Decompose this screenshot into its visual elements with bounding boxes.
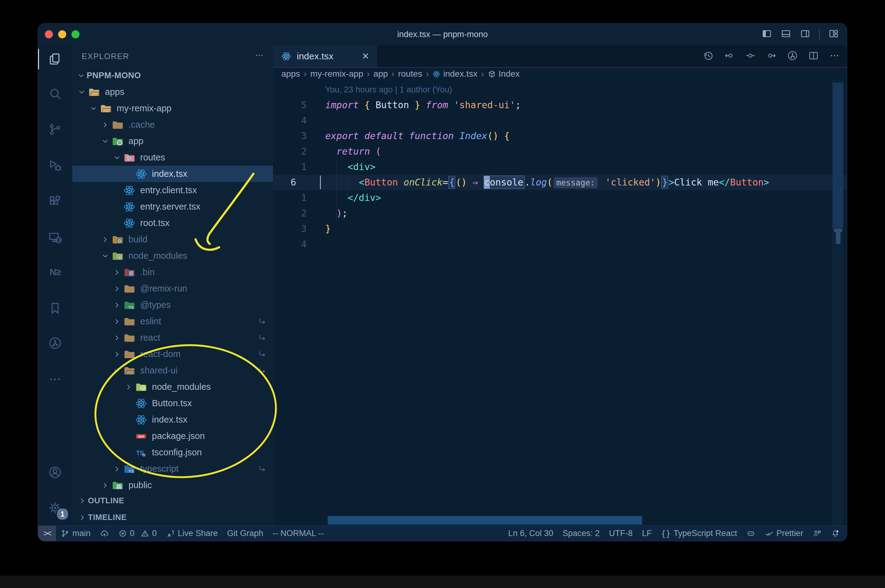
tree-item--bin[interactable]: 0110.bin xyxy=(72,264,273,280)
status-cursor-position[interactable]: Ln 6, Col 30 xyxy=(503,526,558,541)
tree-item-typescript[interactable]: TStypescript xyxy=(72,460,273,477)
explorer-more-actions-icon[interactable] xyxy=(254,50,264,63)
activity-settings-icon[interactable]: 1 xyxy=(38,494,72,522)
breadcrumb-routes[interactable]: routes xyxy=(398,69,422,79)
code-line[interactable]: 5import { Button } from 'shared-ui'; xyxy=(273,98,847,113)
activity-more-icon[interactable] xyxy=(38,365,72,393)
breadcrumb-my-remix-app[interactable]: my-remix-app xyxy=(310,69,363,79)
status-feedback[interactable] xyxy=(808,526,826,541)
status-language-mode[interactable]: {}TypeScript React xyxy=(656,526,742,541)
status-copilot[interactable] xyxy=(742,526,760,541)
status-git-branch[interactable]: main xyxy=(56,526,95,541)
tree-item-entry-client-tsx[interactable]: entry.client.tsx xyxy=(72,182,273,198)
close-tab-icon[interactable]: ✕ xyxy=(362,51,369,62)
code-line[interactable]: 2 return ( xyxy=(273,144,847,159)
status-eol[interactable]: LF xyxy=(637,526,657,541)
tree-item-shared-ui[interactable]: shared-ui xyxy=(72,362,273,379)
tree-item--cache[interactable]: .cache xyxy=(72,117,273,133)
gl-prev-icon[interactable] xyxy=(724,50,735,63)
activity-source-control-icon[interactable] xyxy=(38,116,72,144)
tree-item-routes[interactable]: routes xyxy=(72,149,273,166)
tree-item-apps[interactable]: apps xyxy=(72,84,273,100)
tree-item--types[interactable]: TS@types xyxy=(72,297,273,313)
tree-item-button-tsx[interactable]: Button.tsx xyxy=(72,395,273,411)
code-line[interactable]: 3} xyxy=(273,221,847,237)
activity-nx-console-icon[interactable]: N≥ xyxy=(38,258,72,286)
git-graph-circle-icon[interactable] xyxy=(787,50,798,63)
code-line[interactable]: 3export default function Index() { xyxy=(273,128,847,144)
workspace-section-header[interactable]: PNPM-MONO xyxy=(72,68,273,84)
breadcrumb-label: routes xyxy=(398,69,422,79)
remote-indicator[interactable]: >< xyxy=(38,526,56,541)
tree-item-my-remix-app[interactable]: my-remix-app xyxy=(72,100,273,117)
split-icon[interactable] xyxy=(808,50,819,63)
tab-index-tsx[interactable]: index.tsx ✕ xyxy=(273,45,377,67)
tree-item-index-tsx[interactable]: index.tsx xyxy=(72,411,273,428)
section-outline[interactable]: OUTLINE xyxy=(72,492,273,509)
status-notifications[interactable] xyxy=(826,526,844,541)
tree-item-eslint[interactable]: eslint xyxy=(72,313,273,330)
inlay-hint: message: xyxy=(554,177,598,188)
tree-item-public[interactable]: public xyxy=(72,477,273,494)
horizontal-scrollbar-thumb[interactable] xyxy=(328,516,642,525)
status-warnings[interactable]: 0 xyxy=(139,526,161,541)
code-line[interactable]: 4 xyxy=(273,237,847,252)
code-editor[interactable]: You, 23 hours ago | 1 author (You) 5impo… xyxy=(273,80,847,525)
layout-sidebar-icon[interactable] xyxy=(762,28,772,40)
tree-item-node-modules[interactable]: JSnode_modules xyxy=(72,379,273,395)
tree-item-node-modules[interactable]: JSnode_modules xyxy=(72,248,273,264)
layout-panel-icon[interactable] xyxy=(781,28,791,40)
indent-guide xyxy=(336,190,337,206)
layout-right-icon[interactable] xyxy=(800,28,810,40)
tree-item-react[interactable]: react xyxy=(72,330,273,346)
code-line[interactable]: 4 xyxy=(273,113,847,128)
status-errors[interactable]: 0 xyxy=(114,526,139,541)
activity-extensions-icon[interactable] xyxy=(38,188,72,216)
tree-item--remix-run[interactable]: @remix-run xyxy=(72,280,273,297)
history-icon[interactable] xyxy=(703,50,714,63)
tree-item-entry-server-tsx[interactable]: entry.server.tsx xyxy=(72,198,273,215)
code-line[interactable]: 1 </div> xyxy=(273,190,847,206)
vertical-scrollbar[interactable] xyxy=(832,80,843,525)
status-git-graph[interactable]: Git Graph xyxy=(223,526,268,541)
status-prettier[interactable]: Prettier xyxy=(760,526,808,541)
tree-item-app[interactable]: app xyxy=(72,133,273,149)
status-indentation[interactable]: Spaces: 2 xyxy=(558,526,604,541)
activity-explorer-icon[interactable] xyxy=(38,45,72,73)
tree-item-tsconfig-json[interactable]: TStsconfig.json xyxy=(72,444,273,460)
gl-open-icon[interactable] xyxy=(745,50,756,63)
status-sync[interactable] xyxy=(95,526,114,541)
more-h-icon[interactable] xyxy=(829,50,840,63)
activity-search-icon[interactable] xyxy=(38,80,72,108)
activity-bookmarks-icon[interactable] xyxy=(38,294,72,322)
code-line-current[interactable]: 6 <Button onClick={() ⇒ console.log(mess… xyxy=(273,175,847,190)
activity-run-debug-icon[interactable] xyxy=(38,152,72,179)
title-bar[interactable]: index.tsx — pnpm-mono xyxy=(38,24,847,45)
tree-item-build[interactable]: build xyxy=(72,231,273,248)
code-line[interactable]: 2 ); xyxy=(273,206,847,221)
breadcrumb-separator: › xyxy=(367,69,370,79)
layout-custom-icon[interactable] xyxy=(828,28,839,40)
tree-item-react-dom[interactable]: react-dom xyxy=(72,346,273,362)
status-encoding[interactable]: UTF-8 xyxy=(604,526,637,541)
breadcrumb-index[interactable]: Index xyxy=(488,69,520,79)
tree-item-index-tsx[interactable]: index.tsx xyxy=(72,166,273,182)
activity-remote-explorer-icon[interactable] xyxy=(38,224,72,252)
vertical-scrollbar-thumb[interactable] xyxy=(833,82,843,228)
line-number: 1 xyxy=(273,159,320,175)
code-line[interactable]: 1 <div> xyxy=(273,159,847,175)
section-timeline[interactable]: TIMELINE xyxy=(72,509,273,525)
status-live-share[interactable]: Live Share xyxy=(161,526,223,541)
breadcrumb-index-tsx[interactable]: index.tsx xyxy=(432,69,477,79)
activity-account-icon[interactable] xyxy=(38,459,72,486)
status-vim-mode[interactable]: -- NORMAL -- xyxy=(268,526,328,541)
activity-git-graph-icon[interactable] xyxy=(38,329,72,357)
folder-icon xyxy=(122,331,136,345)
code-token xyxy=(478,177,484,188)
line-number: 3 xyxy=(273,128,320,144)
breadcrumb-app[interactable]: app xyxy=(373,69,388,79)
breadcrumb-apps[interactable]: apps xyxy=(281,69,300,79)
gl-next-icon[interactable] xyxy=(766,50,777,63)
tree-item-root-tsx[interactable]: root.tsx xyxy=(72,215,273,231)
tree-item-package-json[interactable]: npmpackage.json xyxy=(72,428,273,444)
